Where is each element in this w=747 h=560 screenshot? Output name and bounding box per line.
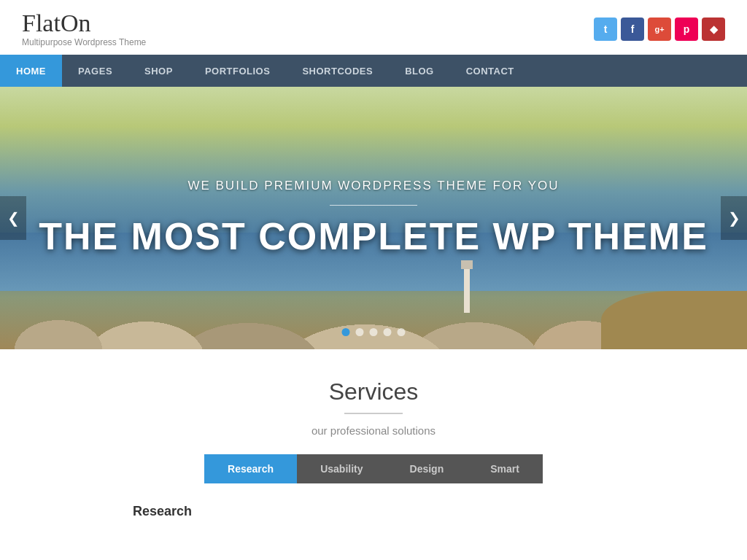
slider-next-arrow[interactable]: ❯ (721, 196, 747, 240)
slider-dot-3[interactable] (370, 328, 378, 336)
services-section: Services our professional solutions Rese… (0, 349, 747, 547)
header: FlatOn Multipurpose Wordpress Theme t f … (0, 0, 747, 55)
hero-title: THE MOST COMPLETE WP THEME (39, 216, 708, 257)
twitter-icon[interactable]: t (594, 18, 617, 41)
nav-contact[interactable]: CONTACT (450, 55, 530, 87)
facebook-icon[interactable]: f (621, 18, 644, 41)
hero-subtitle: WE BUILD PREMIUM WORDPRESS THEME FOR YOU (187, 179, 559, 193)
slider-dot-4[interactable] (384, 328, 392, 336)
tab-content-title: Research (133, 504, 614, 519)
slider-dots (342, 328, 406, 336)
navbar: HOME PAGES SHOP PORTFOLIOS SHORTCODES BL… (0, 55, 747, 87)
nav-home[interactable]: HOME (0, 55, 62, 87)
services-title: Services (22, 378, 725, 405)
nav-shortcodes[interactable]: SHORTCODES (286, 55, 389, 87)
hero-divider (330, 205, 417, 206)
slider-prev-arrow[interactable]: ❮ (0, 196, 26, 240)
slider-dot-2[interactable] (356, 328, 364, 336)
tab-design[interactable]: Design (387, 454, 468, 483)
services-divider (344, 413, 403, 414)
slider-dot-5[interactable] (398, 328, 406, 336)
logo: FlatOn Multipurpose Wordpress Theme (22, 11, 146, 47)
tab-smart[interactable]: Smart (467, 454, 543, 483)
nav-shop[interactable]: SHOP (128, 55, 189, 87)
google-plus-icon[interactable]: g+ (648, 18, 671, 41)
nav-blog[interactable]: BLOG (389, 55, 450, 87)
logo-text: FlatOn (22, 11, 146, 36)
nav-pages[interactable]: PAGES (62, 55, 128, 87)
tab-content: Research (118, 504, 629, 519)
pinterest-icon[interactable]: p (675, 18, 698, 41)
slider-dot-1[interactable] (342, 328, 350, 336)
nav-portfolios[interactable]: PORTFOLIOS (189, 55, 287, 87)
social-icons: t f g+ p ◆ (594, 18, 725, 41)
logo-tagline: Multipurpose Wordpress Theme (22, 37, 146, 47)
tab-research[interactable]: Research (204, 454, 297, 483)
services-tabs: Research Usability Design Smart (22, 454, 725, 483)
hero-slider: WE BUILD PREMIUM WORDPRESS THEME FOR YOU… (0, 87, 747, 349)
hero-overlay: WE BUILD PREMIUM WORDPRESS THEME FOR YOU… (0, 87, 747, 349)
tab-usability[interactable]: Usability (297, 454, 386, 483)
rss-icon[interactable]: ◆ (702, 18, 725, 41)
services-subtitle: our professional solutions (22, 424, 725, 437)
